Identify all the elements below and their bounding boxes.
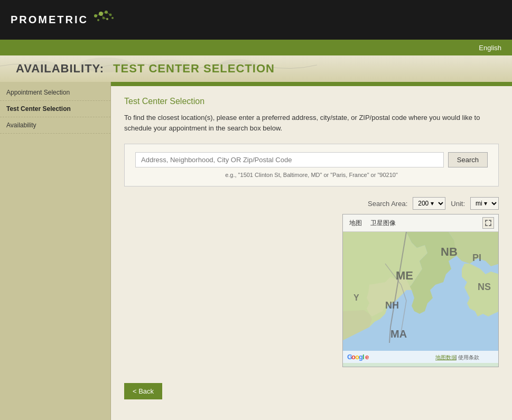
search-button[interactable]: Search: [448, 152, 488, 167]
svg-text:地图数据: 地图数据: [435, 354, 457, 360]
main-inner: Test Center Selection To find the closes…: [111, 86, 512, 410]
svg-point-7: [111, 17, 114, 19]
map-svg: NB PI NS ME NH MA Y G o o: [343, 232, 499, 363]
search-input[interactable]: [135, 152, 444, 167]
sidebar-item-availability[interactable]: Availability: [0, 117, 110, 134]
banner: Availability: Test Center Selection: [0, 55, 512, 82]
main-top-bar: [111, 82, 512, 86]
map-toolbar: 地图 卫星图像: [343, 214, 498, 232]
main-content: Test Center Selection To find the closes…: [111, 82, 512, 420]
search-area-label: Search Area:: [368, 200, 407, 208]
svg-text:NB: NB: [441, 245, 458, 258]
map-container: 地图 卫星图像: [342, 214, 499, 367]
svg-text:Y: Y: [353, 293, 359, 302]
page-title-suffix: Test Center Selection: [113, 62, 275, 75]
search-container: Search e.g., "1501 Clinton St, Baltimore…: [124, 144, 499, 186]
svg-text:MA: MA: [390, 328, 407, 340]
header: PROMETRIC: [0, 0, 512, 40]
language-button[interactable]: English: [479, 44, 501, 52]
sidebar: Appointment Selection Test Center Select…: [0, 82, 111, 420]
svg-text:e: e: [365, 353, 369, 361]
svg-text:l: l: [362, 353, 365, 361]
svg-text:ME: ME: [396, 269, 413, 282]
svg-text:|: |: [455, 354, 457, 360]
section-title: Test Center Selection: [124, 97, 499, 106]
search-example: e.g., "1501 Clinton St, Baltimore, MD" o…: [135, 172, 488, 178]
back-button[interactable]: < Back: [124, 383, 162, 399]
map-view-button[interactable]: 地图: [347, 218, 364, 229]
search-area-select[interactable]: 200 ▾ 50 100 200 500: [413, 197, 445, 210]
page-title: Availability: Test Center Selection: [16, 62, 275, 76]
unit-label: Unit:: [451, 200, 465, 208]
sidebar-item-appointment-selection[interactable]: Appointment Selection: [0, 85, 110, 101]
sidebar-item-test-center-selection[interactable]: Test Center Selection: [0, 101, 110, 117]
content-wrapper: Appointment Selection Test Center Select…: [0, 82, 512, 420]
svg-text:NS: NS: [478, 282, 491, 292]
green-bar: English: [0, 40, 512, 55]
logo-icon: [90, 10, 117, 31]
search-controls: Search Area: 200 ▾ 50 100 200 500 Unit: …: [368, 197, 499, 210]
satellite-view-button[interactable]: 卫星图像: [368, 218, 398, 229]
map-controls-wrapper: Search Area: 200 ▾ 50 100 200 500 Unit: …: [124, 197, 499, 367]
map-expand-button[interactable]: [482, 217, 494, 229]
search-row: Search: [135, 152, 488, 167]
page-title-prefix: Availability:: [16, 62, 104, 75]
expand-icon: [485, 220, 491, 226]
svg-point-5: [97, 19, 99, 21]
section-description: To find the closest location(s), please …: [124, 113, 499, 133]
unit-select[interactable]: mi ▾ km: [470, 197, 499, 210]
svg-text:PI: PI: [472, 253, 481, 263]
map-svg-area: NB PI NS ME NH MA Y G o o: [343, 232, 498, 364]
svg-text:使用条款: 使用条款: [458, 354, 479, 360]
logo: PROMETRIC: [11, 10, 117, 31]
logo-text: PROMETRIC: [11, 14, 88, 26]
svg-text:NH: NH: [385, 300, 399, 311]
